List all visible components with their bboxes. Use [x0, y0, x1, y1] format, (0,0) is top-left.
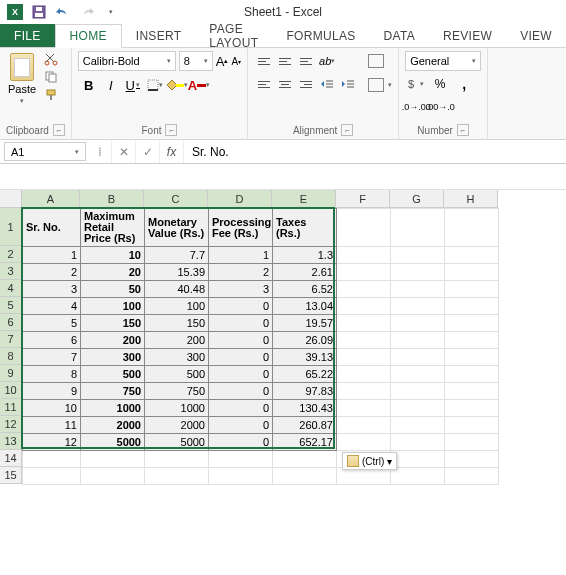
cell-B12[interactable]: 2000: [81, 417, 145, 434]
cell-G5[interactable]: [391, 298, 445, 315]
row-header-3[interactable]: 3: [0, 263, 22, 280]
cell-H14[interactable]: [445, 451, 499, 468]
cell-E5[interactable]: 13.04: [273, 298, 337, 315]
row-header-4[interactable]: 4: [0, 280, 22, 297]
font-name-select[interactable]: Calibri-Bold▾: [78, 51, 176, 71]
cell-F15[interactable]: [337, 468, 391, 485]
cell-D14[interactable]: [209, 451, 273, 468]
cell-E6[interactable]: 19.57: [273, 315, 337, 332]
italic-button[interactable]: I: [100, 74, 122, 96]
cell-B4[interactable]: 50: [81, 281, 145, 298]
cell-A4[interactable]: 3: [23, 281, 81, 298]
cell-F7[interactable]: [337, 332, 391, 349]
cell-D5[interactable]: 0: [209, 298, 273, 315]
percent-format-button[interactable]: %: [429, 74, 451, 94]
cell-E12[interactable]: 260.87: [273, 417, 337, 434]
font-size-select[interactable]: 8▾: [179, 51, 213, 71]
cell-C4[interactable]: 40.48: [145, 281, 209, 298]
cell-E9[interactable]: 65.22: [273, 366, 337, 383]
cell-E4[interactable]: 6.52: [273, 281, 337, 298]
tab-file[interactable]: FILE: [0, 24, 55, 47]
name-box[interactable]: A1▾: [4, 142, 86, 161]
cell-E3[interactable]: 2.61: [273, 264, 337, 281]
row-header-9[interactable]: 9: [0, 365, 22, 382]
cell-H15[interactable]: [445, 468, 499, 485]
border-button[interactable]: ▾: [144, 74, 166, 96]
shrink-font-button[interactable]: A▾: [231, 56, 241, 67]
row-header-12[interactable]: 12: [0, 416, 22, 433]
column-header-C[interactable]: C: [144, 190, 208, 208]
row-header-10[interactable]: 10: [0, 382, 22, 399]
cell-B13[interactable]: 5000: [81, 434, 145, 451]
row-header-8[interactable]: 8: [0, 348, 22, 365]
align-middle-button[interactable]: [275, 51, 295, 71]
column-header-G[interactable]: G: [390, 190, 444, 208]
number-launcher[interactable]: ⌐: [457, 124, 469, 136]
cell-E13[interactable]: 652.17: [273, 434, 337, 451]
fill-color-button[interactable]: ▾: [166, 74, 188, 96]
bold-button[interactable]: B: [78, 74, 100, 96]
undo-button[interactable]: [52, 1, 74, 23]
formula-input[interactable]: Sr. No.: [184, 140, 566, 163]
cell-C6[interactable]: 150: [145, 315, 209, 332]
tab-review[interactable]: REVIEW: [429, 24, 506, 47]
cell-D13[interactable]: 0: [209, 434, 273, 451]
cell-F10[interactable]: [337, 383, 391, 400]
column-header-F[interactable]: F: [336, 190, 390, 208]
cell-B1[interactable]: Maximum Retail Price (Rs): [81, 209, 145, 247]
cell-B10[interactable]: 750: [81, 383, 145, 400]
cell-B8[interactable]: 300: [81, 349, 145, 366]
cell-D8[interactable]: 0: [209, 349, 273, 366]
cell-A8[interactable]: 7: [23, 349, 81, 366]
copy-button[interactable]: [42, 69, 60, 85]
row-header-15[interactable]: 15: [0, 467, 22, 484]
cell-C5[interactable]: 100: [145, 298, 209, 315]
paste-options-button[interactable]: (Ctrl) ▾: [342, 452, 397, 470]
cell-A9[interactable]: 8: [23, 366, 81, 383]
cell-A3[interactable]: 2: [23, 264, 81, 281]
cell-D11[interactable]: 0: [209, 400, 273, 417]
cell-H11[interactable]: [445, 400, 499, 417]
cell-C13[interactable]: 5000: [145, 434, 209, 451]
cell-C9[interactable]: 500: [145, 366, 209, 383]
cell-F11[interactable]: [337, 400, 391, 417]
cell-H13[interactable]: [445, 434, 499, 451]
cell-A14[interactable]: [23, 451, 81, 468]
cell-H3[interactable]: [445, 264, 499, 281]
grow-font-button[interactable]: A▴: [216, 54, 229, 69]
cell-H5[interactable]: [445, 298, 499, 315]
decrease-indent-button[interactable]: [317, 74, 337, 94]
cell-C10[interactable]: 750: [145, 383, 209, 400]
cell-H2[interactable]: [445, 247, 499, 264]
cell-A11[interactable]: 10: [23, 400, 81, 417]
font-launcher[interactable]: ⌐: [165, 124, 177, 136]
select-all-corner[interactable]: [0, 190, 22, 208]
align-center-button[interactable]: [275, 74, 295, 94]
merge-center-button[interactable]: ▾: [368, 75, 392, 95]
alignment-launcher[interactable]: ⌐: [341, 124, 353, 136]
cell-C8[interactable]: 300: [145, 349, 209, 366]
increase-decimal-button[interactable]: .0→.00: [405, 97, 427, 117]
decrease-decimal-button[interactable]: .00→.0: [429, 97, 451, 117]
format-painter-button[interactable]: [42, 87, 60, 103]
cell-C2[interactable]: 7.7: [145, 247, 209, 264]
cell-E15[interactable]: [273, 468, 337, 485]
cell-F8[interactable]: [337, 349, 391, 366]
qat-customize-button[interactable]: ▾: [100, 1, 122, 23]
cell-D9[interactable]: 0: [209, 366, 273, 383]
underline-button[interactable]: U▾: [122, 74, 144, 96]
cell-F9[interactable]: [337, 366, 391, 383]
fx-button[interactable]: fx: [160, 140, 184, 163]
cell-F5[interactable]: [337, 298, 391, 315]
cell-D7[interactable]: 0: [209, 332, 273, 349]
tab-formulas[interactable]: FORMULAS: [272, 24, 369, 47]
cell-E1[interactable]: Taxes (Rs.): [273, 209, 337, 247]
cell-B5[interactable]: 100: [81, 298, 145, 315]
cell-G15[interactable]: [391, 468, 445, 485]
cell-E8[interactable]: 39.13: [273, 349, 337, 366]
cell-G11[interactable]: [391, 400, 445, 417]
cell-E14[interactable]: [273, 451, 337, 468]
clipboard-launcher[interactable]: ⌐: [53, 124, 65, 136]
column-header-H[interactable]: H: [444, 190, 498, 208]
cell-D12[interactable]: 0: [209, 417, 273, 434]
